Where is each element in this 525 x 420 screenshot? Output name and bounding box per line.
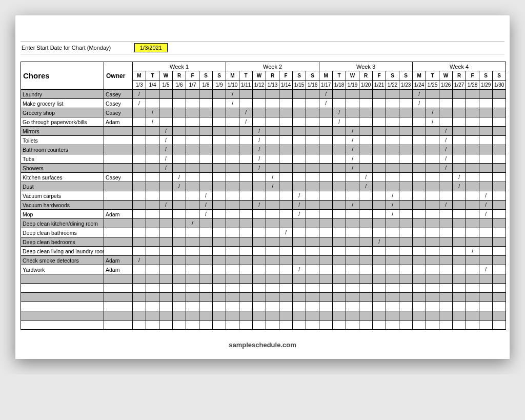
day-cell[interactable] xyxy=(373,274,386,284)
day-cell[interactable] xyxy=(213,99,226,108)
day-cell[interactable] xyxy=(413,247,426,256)
day-cell[interactable] xyxy=(319,127,333,136)
day-cell[interactable] xyxy=(226,228,239,237)
day-cell[interactable]: / xyxy=(239,108,253,117)
day-cell[interactable] xyxy=(373,164,386,173)
day-cell[interactable] xyxy=(439,274,453,284)
day-cell[interactable] xyxy=(266,284,279,293)
day-cell[interactable] xyxy=(319,321,333,330)
day-cell[interactable] xyxy=(159,191,173,201)
day-cell[interactable]: / xyxy=(133,256,146,265)
chore-name-cell[interactable] xyxy=(21,284,104,293)
day-cell[interactable] xyxy=(399,237,413,247)
day-cell[interactable] xyxy=(479,182,493,191)
day-cell[interactable]: / xyxy=(266,173,279,182)
day-cell[interactable] xyxy=(453,237,466,247)
day-cell[interactable] xyxy=(373,99,386,108)
day-cell[interactable]: / xyxy=(439,201,453,210)
day-cell[interactable] xyxy=(399,154,413,164)
day-cell[interactable] xyxy=(359,108,373,117)
day-cell[interactable] xyxy=(413,136,426,145)
day-cell[interactable] xyxy=(146,274,159,284)
day-cell[interactable] xyxy=(253,274,266,284)
day-cell[interactable] xyxy=(319,117,333,127)
day-cell[interactable] xyxy=(386,173,399,182)
day-cell[interactable] xyxy=(213,127,226,136)
day-cell[interactable] xyxy=(413,302,426,311)
day-cell[interactable] xyxy=(253,302,266,311)
day-cell[interactable] xyxy=(306,210,319,219)
day-cell[interactable] xyxy=(359,256,373,265)
day-cell[interactable] xyxy=(373,173,386,182)
day-cell[interactable] xyxy=(133,219,146,228)
day-cell[interactable] xyxy=(373,247,386,256)
day-cell[interactable] xyxy=(199,284,213,293)
day-cell[interactable] xyxy=(213,302,226,311)
day-cell[interactable] xyxy=(479,302,493,311)
day-cell[interactable] xyxy=(306,247,319,256)
day-cell[interactable] xyxy=(213,164,226,173)
day-cell[interactable] xyxy=(426,90,439,99)
day-cell[interactable] xyxy=(426,311,439,321)
day-cell[interactable]: / xyxy=(319,90,333,99)
day-cell[interactable]: / xyxy=(253,145,266,154)
day-cell[interactable] xyxy=(359,127,373,136)
day-cell[interactable] xyxy=(439,173,453,182)
day-cell[interactable] xyxy=(439,210,453,219)
day-cell[interactable] xyxy=(439,265,453,274)
day-cell[interactable] xyxy=(293,108,306,117)
day-cell[interactable] xyxy=(279,108,293,117)
day-cell[interactable] xyxy=(426,321,439,330)
day-cell[interactable] xyxy=(253,247,266,256)
day-cell[interactable] xyxy=(399,293,413,302)
day-cell[interactable] xyxy=(319,284,333,293)
start-date-input[interactable]: 1/3/2021 xyxy=(134,43,168,52)
day-cell[interactable] xyxy=(453,154,466,164)
day-cell[interactable] xyxy=(386,284,399,293)
day-cell[interactable] xyxy=(359,219,373,228)
day-cell[interactable] xyxy=(173,228,186,237)
day-cell[interactable] xyxy=(413,256,426,265)
day-cell[interactable] xyxy=(133,293,146,302)
day-cell[interactable] xyxy=(466,90,479,99)
day-cell[interactable] xyxy=(279,247,293,256)
day-cell[interactable] xyxy=(333,191,346,201)
day-cell[interactable] xyxy=(493,321,506,330)
day-cell[interactable]: / xyxy=(146,108,159,117)
chore-name-cell[interactable]: Check smoke detectors xyxy=(21,256,104,265)
owner-cell[interactable] xyxy=(104,311,133,321)
day-cell[interactable] xyxy=(226,136,239,145)
day-cell[interactable] xyxy=(466,210,479,219)
owner-cell[interactable] xyxy=(104,219,133,228)
day-cell[interactable] xyxy=(226,210,239,219)
day-cell[interactable] xyxy=(173,284,186,293)
day-cell[interactable]: / xyxy=(346,136,359,145)
day-cell[interactable] xyxy=(386,228,399,237)
day-cell[interactable]: / xyxy=(199,210,213,219)
day-cell[interactable] xyxy=(173,237,186,247)
day-cell[interactable] xyxy=(413,311,426,321)
day-cell[interactable] xyxy=(399,302,413,311)
day-cell[interactable] xyxy=(293,164,306,173)
day-cell[interactable]: / xyxy=(159,201,173,210)
day-cell[interactable] xyxy=(279,321,293,330)
day-cell[interactable] xyxy=(159,210,173,219)
day-cell[interactable]: / xyxy=(253,136,266,145)
chore-name-cell[interactable]: Vacuum hardwoods xyxy=(21,201,104,210)
day-cell[interactable] xyxy=(373,154,386,164)
day-cell[interactable] xyxy=(186,210,199,219)
day-cell[interactable]: / xyxy=(159,154,173,164)
day-cell[interactable] xyxy=(466,293,479,302)
day-cell[interactable] xyxy=(173,145,186,154)
day-cell[interactable] xyxy=(426,219,439,228)
day-cell[interactable] xyxy=(413,173,426,182)
day-cell[interactable] xyxy=(399,136,413,145)
day-cell[interactable] xyxy=(333,127,346,136)
day-cell[interactable] xyxy=(359,247,373,256)
day-cell[interactable] xyxy=(479,99,493,108)
day-cell[interactable] xyxy=(306,90,319,99)
day-cell[interactable] xyxy=(199,164,213,173)
day-cell[interactable] xyxy=(306,154,319,164)
owner-cell[interactable] xyxy=(104,164,133,173)
day-cell[interactable] xyxy=(186,265,199,274)
